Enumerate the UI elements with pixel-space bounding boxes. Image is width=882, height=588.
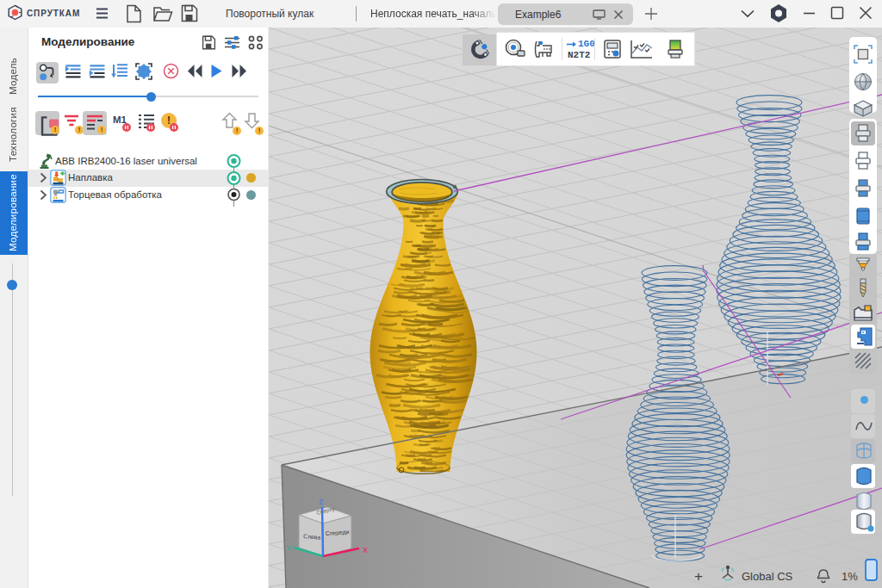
svg-text:Global CS: Global CS xyxy=(742,570,793,583)
svg-text:Z: Z xyxy=(319,498,324,506)
svg-text:+: + xyxy=(694,568,703,585)
svg-text:1%: 1% xyxy=(842,570,858,583)
svg-text:Y: Y xyxy=(286,544,291,553)
svg-text:X: X xyxy=(363,546,368,554)
